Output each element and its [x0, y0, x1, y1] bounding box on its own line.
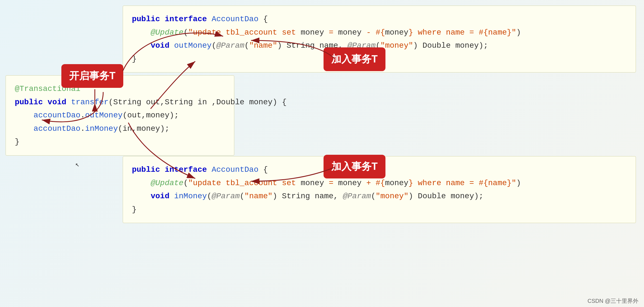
main-container: public interface AccountDao { @Update("u… — [0, 0, 644, 307]
cursor: ↖ — [75, 160, 80, 166]
label-start-transaction: 开启事务T — [61, 64, 123, 88]
footer-text: CSDN @三十里界外 — [587, 297, 638, 305]
label-join-transaction-top: 加入事务T — [324, 47, 385, 71]
label-join-transaction-bottom: 加入事务T — [324, 155, 385, 178]
